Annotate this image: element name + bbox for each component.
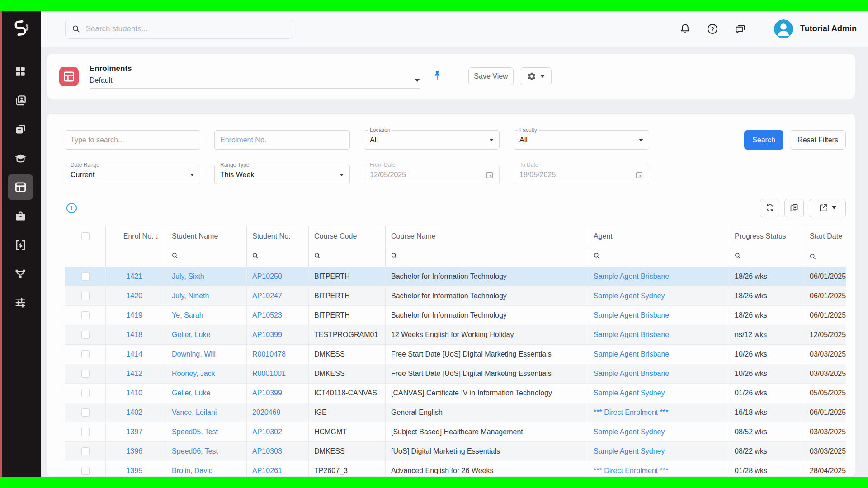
user-avatar[interactable] [774,19,793,38]
info-icon[interactable]: ! [66,203,77,213]
student-name-link[interactable]: July, Sixth [172,272,204,280]
sidebar-item-finance[interactable]: $ [8,232,33,258]
filter-cell-student-no[interactable] [247,246,309,267]
enrol-no-link[interactable]: 1396 [126,447,142,455]
student-name-link[interactable]: Vance, Leilani [172,408,217,416]
column-header-course-name[interactable]: Course Name [386,226,588,246]
sidebar-item-settings[interactable] [8,290,33,315]
sidebar-item-dashboard[interactable] [8,59,33,84]
student-name-link[interactable]: July, Nineth [172,292,209,300]
copy-button[interactable] [784,199,804,217]
table-row[interactable]: 1420 July, Nineth AP10247 BITPERTH Bache… [65,286,846,306]
table-row[interactable]: 1412 Rooney, Jack R0001001 DMKESS Free S… [65,364,846,384]
row-checkbox[interactable] [81,350,90,358]
student-no-link[interactable]: 2020469 [252,408,280,416]
row-checkbox[interactable] [81,467,90,475]
column-header-progress-status[interactable]: Progress Status [729,226,804,246]
student-no-link[interactable]: AP10399 [252,389,282,397]
help-button[interactable]: ? [705,21,720,37]
refresh-button[interactable] [760,199,779,217]
notifications-button[interactable] [677,21,693,37]
search-button[interactable]: Search [744,130,783,150]
table-row[interactable]: 1402 Vance, Leilani 2020469 IGE General … [65,403,846,422]
student-no-link[interactable]: AP10523 [252,311,282,319]
table-row[interactable]: 1395 Brolin, David AP10261 TP2607_3 Adva… [65,461,846,477]
agent-link[interactable]: Sample Agent Sydney [594,447,665,455]
column-header-student-no[interactable]: Student No. [247,226,309,246]
column-header-agent[interactable]: Agent [588,226,729,246]
agent-link[interactable]: Sample Agent Brisbane [594,370,669,377]
to-date-field[interactable]: To Date 18/05/2025 [514,165,649,184]
view-selector[interactable]: Default [90,76,420,89]
column-header-enrol-no[interactable]: Enrol No.↓ [106,226,166,246]
table-row[interactable]: 1397 Speed05, Test AP10302 HCMGMT [Subje… [65,422,846,442]
row-checkbox[interactable] [81,370,90,378]
row-checkbox[interactable] [81,408,90,417]
filter-cell-enrol-no[interactable] [106,246,166,267]
keyword-filter-field[interactable] [65,130,200,150]
student-no-link[interactable]: AP10247 [252,292,282,300]
enrol-no-link[interactable]: 1395 [126,467,142,474]
keyword-input[interactable] [71,136,194,144]
row-checkbox[interactable] [81,428,90,436]
sidebar-item-workspace[interactable] [8,203,33,229]
student-name-link[interactable]: Speed05, Test [172,428,218,436]
filter-cell-student-name[interactable] [166,246,247,267]
enrolment-no-input[interactable] [220,136,344,144]
sidebar-item-enrolments[interactable] [8,174,33,200]
table-row[interactable]: 1410 Geller, Luke AP10399 ICT40118-CANVA… [65,384,846,403]
row-checkbox[interactable] [81,447,90,455]
filter-cell-agent[interactable] [588,246,729,267]
reset-filters-button[interactable]: Reset Filters [790,130,846,150]
column-header-course-code[interactable]: Course Code [309,226,386,246]
enrol-no-link[interactable]: 1419 [126,311,142,319]
enrol-no-link[interactable]: 1397 [126,428,142,436]
row-checkbox[interactable] [81,331,90,339]
enrol-no-link[interactable]: 1402 [126,408,142,416]
filter-cell-progress[interactable] [729,246,804,267]
student-name-link[interactable]: Ye, Sarah [172,311,203,319]
table-row[interactable]: 1396 Speed06, Test AP10303 DMKESS [UoS] … [65,442,846,461]
row-checkbox[interactable] [81,272,90,281]
student-no-link[interactable]: AP10302 [252,428,282,436]
save-view-button[interactable]: Save View [468,67,514,85]
view-settings-button[interactable] [520,67,552,85]
enrol-no-link[interactable]: 1410 [126,389,142,397]
filter-cell-course-code[interactable] [309,246,386,267]
pin-view-button[interactable] [432,70,442,83]
agent-link[interactable]: *** Direct Enrolment *** [594,467,668,474]
student-name-link[interactable]: Geller, Luke [172,389,210,397]
student-name-link[interactable]: Geller, Luke [172,331,210,338]
agent-link[interactable]: Sample Agent Brisbane [594,272,669,280]
student-name-link[interactable]: Brolin, David [172,467,213,474]
agent-link[interactable]: Sample Agent Sydney [594,292,665,300]
select-all-checkbox[interactable] [81,232,90,240]
location-select[interactable]: Location All [364,130,500,150]
filter-cell-course-name[interactable] [386,246,588,267]
table-row[interactable]: 1419 Ye, Sarah AP10523 BITPERTH Bachelor… [65,306,846,325]
agent-link[interactable]: Sample Agent Sydney [594,389,665,397]
student-no-link[interactable]: AP10261 [252,467,282,474]
search-students-input[interactable] [86,24,287,33]
row-checkbox[interactable] [81,389,90,397]
student-name-link[interactable]: Rooney, Jack [172,370,215,377]
table-row[interactable]: 1421 July, Sixth AP10250 BITPERTH Bachel… [65,267,846,286]
column-header-start-date[interactable]: Start Date [804,226,846,246]
row-checkbox[interactable] [81,311,90,319]
enrol-no-link[interactable]: 1421 [126,272,142,280]
row-checkbox[interactable] [81,292,90,300]
sidebar-item-courses[interactable] [8,145,33,171]
agent-link[interactable]: Sample Agent Sydney [594,428,665,436]
export-button[interactable] [809,199,846,217]
table-row[interactable]: 1414 Downing, Will R0010478 DMKESS Free … [65,345,846,364]
enrolment-no-filter-field[interactable] [214,130,350,150]
messages-button[interactable] [732,21,748,37]
sidebar-item-integrations[interactable] [8,261,33,286]
student-name-link[interactable]: Downing, Will [172,350,216,358]
faculty-select[interactable]: Faculty All [514,130,649,150]
range-type-select[interactable]: Range Type This Week [214,165,350,184]
column-header-student-name[interactable]: Student Name [166,226,247,246]
sidebar-item-documents[interactable] [8,117,33,142]
student-no-link[interactable]: R0010478 [252,350,286,358]
user-name[interactable]: Tutorial Admin [800,24,857,33]
